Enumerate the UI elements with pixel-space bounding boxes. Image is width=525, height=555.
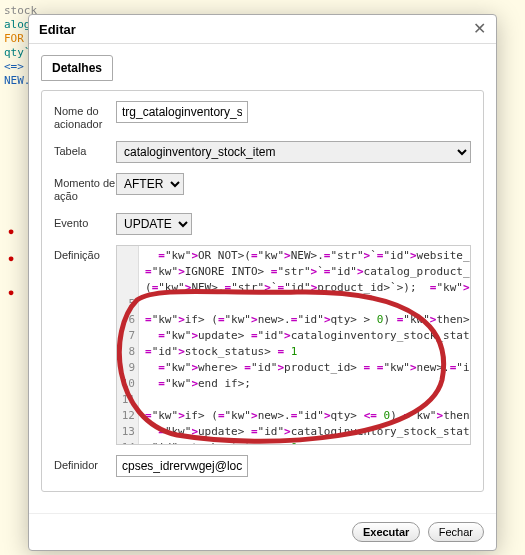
close-button[interactable]: Fechar: [428, 522, 484, 542]
modal-body: Detalhes Nome do acionador Tabela catalo…: [29, 44, 496, 513]
close-icon[interactable]: ✕: [473, 21, 486, 37]
table-select[interactable]: cataloginventory_stock_item: [116, 141, 471, 163]
timing-select[interactable]: AFTER: [116, 173, 184, 195]
trigger-name-label: Nome do acionador: [54, 101, 116, 131]
event-select[interactable]: UPDATE: [116, 213, 192, 235]
code-content: ="kw">OR NOT>(="kw">NEW>.="str">`="id">w…: [117, 246, 470, 445]
table-label: Tabela: [54, 141, 116, 158]
tab-strip: Detalhes: [41, 54, 484, 80]
modal-title: Editar: [39, 22, 76, 37]
form-panel: Nome do acionador Tabela cataloginventor…: [41, 90, 484, 492]
definition-editor[interactable]: 56789101112131415 ="kw">OR NOT>(="kw">NE…: [116, 245, 471, 445]
run-button[interactable]: Executar: [352, 522, 420, 542]
definer-input[interactable]: [116, 455, 248, 477]
error-badge: ●: [0, 286, 22, 298]
definer-label: Definidor: [54, 455, 116, 472]
definition-label: Definição: [54, 245, 116, 262]
modal-footer: Executar Fechar: [29, 513, 496, 550]
trigger-name-input[interactable]: [116, 101, 248, 123]
error-badge: ●: [0, 225, 22, 237]
error-badge: ●: [0, 252, 22, 264]
edit-trigger-modal: Editar ✕ Detalhes Nome do acionador Tabe…: [28, 14, 497, 551]
line-gutter: 56789101112131415: [117, 246, 139, 444]
modal-header: Editar ✕: [29, 15, 496, 44]
timing-label: Momento de ação: [54, 173, 116, 203]
tab-details[interactable]: Detalhes: [41, 55, 113, 81]
event-label: Evento: [54, 213, 116, 230]
